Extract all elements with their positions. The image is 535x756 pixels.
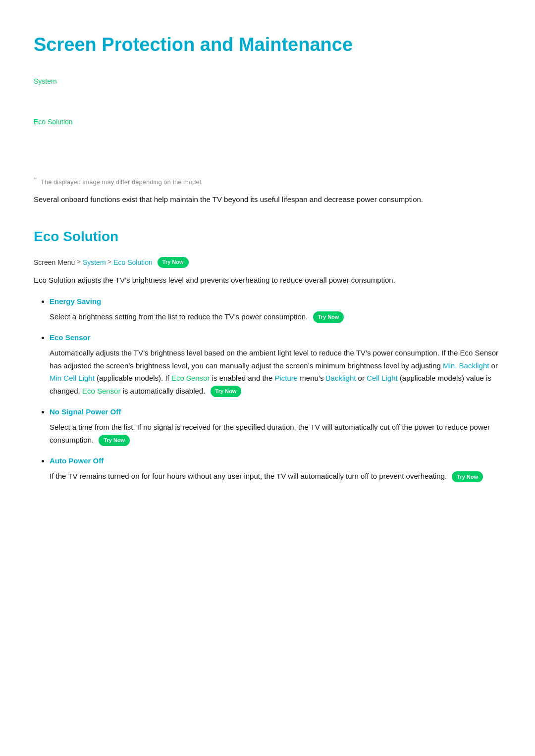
bullet-list: Energy Saving Select a brightness settin… <box>50 296 501 483</box>
eco-sensor-try-now[interactable]: Try Now <box>211 386 242 397</box>
energy-saving-text: Select a brightness setting from the lis… <box>50 312 308 321</box>
bc-part2[interactable]: System <box>83 257 106 268</box>
picture-link[interactable]: Picture <box>274 374 298 382</box>
breadcrumb-system[interactable]: System <box>34 76 501 87</box>
no-signal-try-now[interactable]: Try Now <box>99 435 130 446</box>
bc-part1: Screen Menu <box>34 257 75 268</box>
list-item-eco-sensor: Eco Sensor Automatically adjusts the TV’… <box>50 332 501 397</box>
eco-description: Eco Solution adjusts the TV’s brightness… <box>34 274 501 287</box>
auto-power-off-try-now[interactable]: Try Now <box>452 471 483 483</box>
image-note: “ The displayed image may differ dependi… <box>34 177 501 188</box>
quote-mark-icon: “ <box>34 176 37 185</box>
page-title: Screen Protection and Maintenance <box>34 20 501 60</box>
eco-sensor-title[interactable]: Eco Sensor <box>50 333 91 342</box>
bc-part3[interactable]: Eco Solution <box>113 257 153 268</box>
backlight-link[interactable]: Backlight <box>326 374 356 382</box>
list-item-energy-saving: Energy Saving Select a brightness settin… <box>50 296 501 323</box>
bc-try-now-badge[interactable]: Try Now <box>158 257 189 268</box>
eco-sensor-text-5: menu’s <box>298 374 325 382</box>
eco-sensor-link1[interactable]: Eco Sensor <box>171 374 210 382</box>
auto-power-off-text: If the TV remains turned on for four hou… <box>50 472 447 480</box>
eco-sensor-text-8: is automatically disabled. <box>120 387 205 395</box>
eco-sensor-text-3: (applicable models). If <box>95 374 171 382</box>
bc-sep2: > <box>108 257 112 267</box>
cell-light-link[interactable]: Cell Light <box>367 374 398 382</box>
eco-sensor-text-2: or <box>489 361 498 370</box>
eco-sensor-text-4: is enabled and the <box>210 374 275 382</box>
min-cell-light-link[interactable]: Min Cell Light <box>50 374 95 382</box>
bc-sep1: > <box>77 257 81 267</box>
eco-sensor-text-1: Automatically adjusts the TV’s brightnes… <box>50 349 498 370</box>
eco-breadcrumb-line: Screen Menu > System > Eco Solution Try … <box>34 257 501 268</box>
energy-saving-title[interactable]: Energy Saving <box>50 297 101 305</box>
energy-saving-body: Select a brightness setting from the lis… <box>50 310 501 323</box>
eco-solution-title: Eco Solution <box>34 226 501 248</box>
auto-power-off-body: If the TV remains turned on for four hou… <box>50 470 501 483</box>
no-signal-body: Select a time from the list. If no signa… <box>50 421 501 446</box>
breadcrumb-eco[interactable]: Eco Solution <box>34 116 501 127</box>
intro-text: Several onboard functions exist that hel… <box>34 193 501 206</box>
no-signal-title[interactable]: No Signal Power Off <box>50 407 121 416</box>
eco-sensor-link2[interactable]: Eco Sensor <box>82 387 121 395</box>
eco-sensor-body: Automatically adjusts the TV’s brightnes… <box>50 347 501 397</box>
eco-sensor-text-6: or <box>356 374 367 382</box>
list-item-no-signal: No Signal Power Off Select a time from t… <box>50 406 501 446</box>
auto-power-off-title[interactable]: Auto Power Off <box>50 456 104 465</box>
list-item-auto-power-off: Auto Power Off If the TV remains turned … <box>50 455 501 483</box>
energy-saving-try-now[interactable]: Try Now <box>313 311 344 323</box>
image-note-text: The displayed image may differ depending… <box>41 177 203 188</box>
min-backlight-link[interactable]: Min. Backlight <box>443 361 489 370</box>
